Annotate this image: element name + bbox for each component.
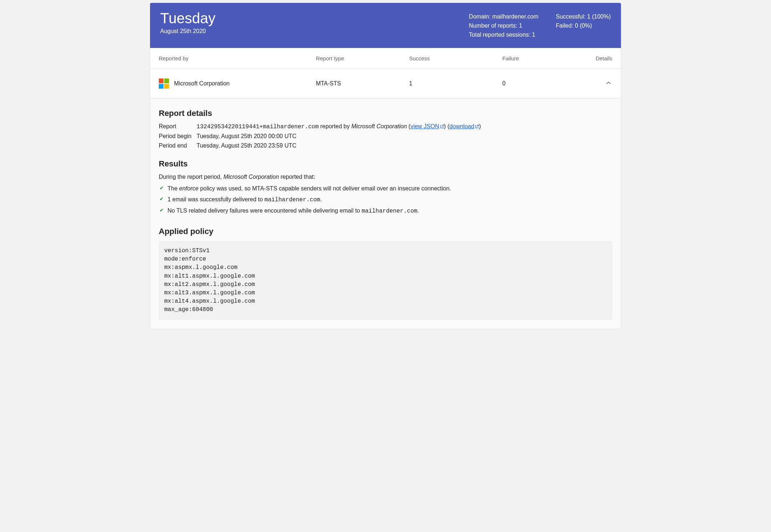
policy-block: version:STSv1 mode:enforce mx:aspmx.l.go… [159, 241, 612, 320]
svg-rect-1 [164, 78, 169, 83]
report-label: Report [159, 123, 195, 130]
view-json-link[interactable]: view JSON [411, 123, 444, 129]
header-date: August 25th 2020 [160, 28, 215, 35]
results-heading: Results [159, 159, 612, 169]
microsoft-logo-icon [159, 78, 169, 89]
col-success: Success [402, 48, 495, 69]
period-end-label: Period end [159, 142, 195, 149]
header-total-sessions: Total reported sessions: 1 [469, 31, 538, 40]
summary-table: Reported by Report type Success Failure … [150, 48, 621, 98]
col-details: Details [588, 48, 621, 69]
svg-rect-3 [164, 84, 169, 89]
period-begin-label: Period begin [159, 133, 195, 140]
policy-heading: Applied policy [159, 227, 612, 236]
external-link-icon [440, 124, 444, 128]
download-link[interactable]: download [449, 123, 479, 129]
period-begin-value: Tuesday, August 25th 2020 00:00 UTC [197, 133, 612, 140]
period-end-value: Tuesday, August 25th 2020 23:59 UTC [197, 142, 612, 149]
report-id: 132429534220119441+mailhardener.com [197, 124, 319, 130]
col-failure: Failure [495, 48, 589, 69]
list-item: 1 email was successfully delivered to ma… [159, 194, 612, 205]
header-stats-col2: Successful: 1 (100%) Failed: 0 (0%) [556, 12, 611, 39]
results-intro: During the report period, Microsoft Corp… [159, 174, 612, 180]
details-kv: Report 132429534220119441+mailhardener.c… [159, 123, 612, 149]
header-day: Tuesday [160, 10, 215, 27]
table-row[interactable]: Microsoft Corporation MTA-STS 1 0 [150, 69, 621, 98]
col-report-type: Report type [308, 48, 402, 69]
details-panel: Report details Report 132429534220119441… [150, 98, 621, 329]
reporter-name: Microsoft Corporation [174, 80, 230, 87]
reporter-cell: Microsoft Corporation [159, 78, 301, 89]
reporter-name-italic: Microsoft Corporation [351, 123, 407, 129]
reported-by-text: reported by [319, 123, 351, 129]
chevron-up-icon[interactable] [605, 80, 612, 88]
report-card: Tuesday August 25th 2020 Domain: mailhar… [150, 3, 621, 329]
header-successful: Successful: 1 (100%) [556, 12, 611, 21]
header-right: Domain: mailhardener.com Number of repor… [469, 10, 611, 39]
header-left: Tuesday August 25th 2020 [160, 10, 215, 35]
cell-success: 1 [402, 69, 495, 98]
header: Tuesday August 25th 2020 Domain: mailhar… [150, 3, 621, 48]
results-list: The enforce policy was used, so MTA-STS … [159, 183, 612, 217]
cell-report-type: MTA-STS [308, 69, 402, 98]
header-num-reports: Number of reports: 1 [469, 21, 538, 31]
list-item: No TLS related delivery failures were en… [159, 205, 612, 217]
header-failed: Failed: 0 (0%) [556, 21, 611, 31]
external-link-icon [475, 124, 479, 128]
svg-rect-0 [159, 78, 164, 83]
details-heading: Report details [159, 109, 612, 118]
cell-failure: 0 [495, 69, 589, 98]
col-reported-by: Reported by [150, 48, 308, 69]
svg-rect-2 [159, 84, 164, 89]
report-value: 132429534220119441+mailhardener.com repo… [197, 123, 612, 130]
header-domain: Domain: mailhardener.com [469, 12, 538, 21]
header-stats-col1: Domain: mailhardener.com Number of repor… [469, 12, 538, 39]
list-item: The enforce policy was used, so MTA-STS … [159, 183, 612, 194]
